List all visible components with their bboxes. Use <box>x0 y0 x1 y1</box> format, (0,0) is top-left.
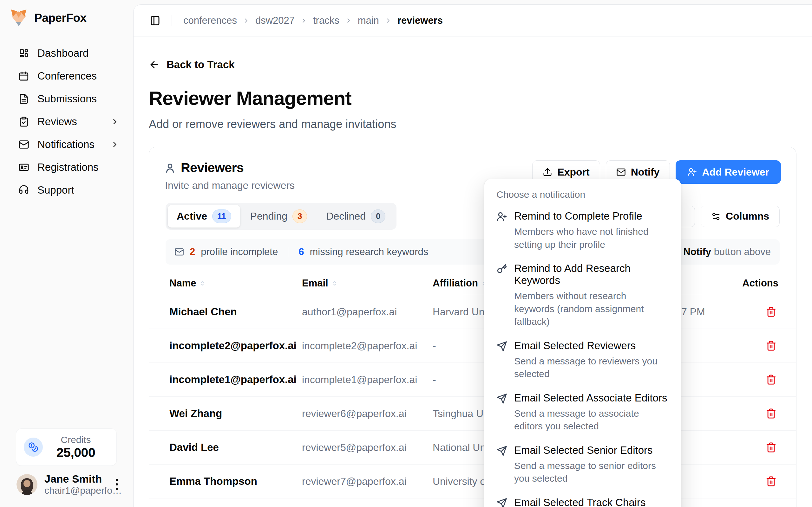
column-header-actions: Actions <box>742 278 778 289</box>
sidebar-toggle-icon[interactable] <box>149 14 161 27</box>
sidebar-item-reviews[interactable]: Reviews <box>0 110 133 133</box>
mail-icon <box>174 247 184 257</box>
add-reviewer-button[interactable]: Add Reviewer <box>676 160 781 184</box>
cell-email: reviewer6@paperfox.ai <box>302 408 433 419</box>
columns-button[interactable]: Columns <box>701 206 780 227</box>
breadcrumb: conferences dsw2027 tracks main reviewer… <box>183 15 443 26</box>
breadcrumb-reviewers: reviewers <box>397 15 443 26</box>
page-subtitle: Add or remove reviewers and manage invit… <box>149 118 796 131</box>
profile-incomplete-text: profile incomplete <box>201 246 278 258</box>
table-row[interactable]: Michael Chen author1@paperfox.ai Harvard… <box>149 295 796 329</box>
delete-reviewer-button[interactable] <box>764 474 778 489</box>
table-row[interactable]: Wei Zhang reviewer6@paperfox.ai Tsinghua… <box>149 397 796 431</box>
coins-icon <box>24 438 43 457</box>
menu-item-email-associate-editors[interactable]: Email Selected Associate Editors Send a … <box>494 386 671 439</box>
delete-reviewer-button[interactable] <box>764 440 778 455</box>
delete-reviewer-button[interactable] <box>764 338 778 353</box>
send-icon <box>496 341 507 352</box>
cell-name: incomplete2@paperfox.ai <box>169 340 302 352</box>
dropdown-label: Choose a notification <box>494 187 671 205</box>
missing-keywords-text: missing research keywords <box>310 246 428 258</box>
breadcrumb-conferences[interactable]: conferences <box>183 15 237 26</box>
paperfox-logo-icon <box>9 8 29 28</box>
table-header-row: Name Email Affiliation Actions <box>149 272 796 295</box>
sidebar: PaperFox Dashboard Conferences Submissio… <box>0 0 133 507</box>
menu-item-title: Remind to Add Research Keywords <box>514 262 630 286</box>
user-menu-kebab-icon[interactable] <box>113 476 120 493</box>
send-icon <box>496 498 507 507</box>
menu-item-email-reviewers[interactable]: Email Selected Reviewers Send a message … <box>494 334 671 386</box>
sidebar-item-submissions[interactable]: Submissions <box>0 88 133 110</box>
mail-icon <box>18 139 30 150</box>
notify-dropdown-menu: Choose a notification Remind to Complete… <box>484 179 681 507</box>
column-header-name[interactable]: Name <box>169 278 302 289</box>
cell-email: reviewer5@paperfox.ai <box>302 442 433 453</box>
sidebar-item-support[interactable]: Support <box>0 179 133 202</box>
cell-email: incomplete2@paperfox.ai <box>302 340 433 352</box>
card-title-block: Reviewers Invite and manage reviewers <box>164 160 295 191</box>
menu-item-email-senior-editors[interactable]: Email Selected Senior Editors Send a mes… <box>494 439 671 491</box>
table-row[interactable]: David Lee reviewer5@paperfox.ai National… <box>149 431 796 464</box>
breadcrumb-main[interactable]: main <box>358 15 379 26</box>
user-icon <box>164 162 176 174</box>
credits-card[interactable]: Credits 25,000 <box>16 429 117 466</box>
tab-label: Active <box>177 210 207 222</box>
notify-hint-text: the Notify button above <box>667 246 771 258</box>
add-reviewer-label: Add Reviewer <box>702 166 769 178</box>
divider <box>288 247 288 257</box>
breadcrumb-dsw2027[interactable]: dsw2027 <box>255 15 295 26</box>
tab-pending[interactable]: Pending 3 <box>241 205 316 228</box>
calendar-icon <box>18 70 30 82</box>
delete-reviewer-button[interactable] <box>764 372 778 387</box>
table-row[interactable]: incomplete2@paperfox.ai incomplete2@pape… <box>149 329 796 363</box>
breadcrumb-tracks[interactable]: tracks <box>313 15 339 26</box>
user-menu[interactable]: Jane Smith chair1@paperfo… <box>16 473 120 496</box>
cell-email: author1@paperfox.ai <box>302 306 433 318</box>
clipboard-check-icon <box>18 116 30 127</box>
brand[interactable]: PaperFox <box>0 0 133 28</box>
back-to-track-link[interactable]: Back to Track <box>149 59 235 71</box>
user-plus-icon <box>687 167 697 177</box>
menu-item-remind-complete-profile[interactable]: Remind to Complete Profile Members who h… <box>494 205 671 257</box>
delete-reviewer-button[interactable] <box>764 304 778 319</box>
menu-item-remind-add-keywords[interactable]: Remind to Add Research Keywords Members … <box>494 257 671 334</box>
tab-declined[interactable]: Declined 0 <box>317 205 394 228</box>
back-label: Back to Track <box>166 59 235 71</box>
cell-email: reviewer7@paperfox.ai <box>302 475 433 487</box>
menu-item-title: Remind to Complete Profile <box>514 210 642 222</box>
table-row[interactable]: Emma Thompson reviewer7@paperfox.ai Univ… <box>149 464 796 498</box>
credits-label: Credits <box>61 435 91 445</box>
user-email: chair1@paperfo… <box>44 485 122 496</box>
delete-reviewer-button[interactable] <box>764 406 778 421</box>
status-tabs: Active 11 Pending 3 Declined 0 <box>165 203 397 230</box>
tab-active-count-badge: 11 <box>212 210 231 223</box>
menu-item-description: Members who have not finished setting up… <box>514 225 663 251</box>
sidebar-item-registrations[interactable]: Registrations <box>0 156 133 179</box>
tab-pending-count-badge: 3 <box>293 210 307 223</box>
sidebar-item-conferences[interactable]: Conferences <box>0 65 133 88</box>
menu-item-title: Email Selected Track Chairs <box>514 497 646 507</box>
columns-label: Columns <box>726 210 769 222</box>
user-name: Jane Smith <box>44 473 102 485</box>
sidebar-item-notifications[interactable]: Notifications <box>0 133 133 156</box>
chevron-right-icon <box>110 117 119 126</box>
chevron-right-icon <box>385 17 392 24</box>
chevron-right-icon <box>300 17 307 24</box>
sidebar-item-label: Support <box>38 184 119 196</box>
chevron-right-icon <box>243 17 250 24</box>
table-row[interactable]: Marco Rossi reviewer8@paperfox.ai Univer… <box>149 498 796 507</box>
menu-item-email-track-chairs[interactable]: Email Selected Track Chairs Send a messa… <box>494 491 671 507</box>
menu-item-title: Email Selected Associate Editors <box>514 392 667 404</box>
card-subtitle: Invite and manage reviewers <box>165 180 295 191</box>
sidebar-item-label: Notifications <box>38 138 103 151</box>
tab-active[interactable]: Active 11 <box>168 205 240 228</box>
table-row[interactable]: incomplete1@paperfox.ai incomplete1@pape… <box>149 363 796 397</box>
sidebar-item-dashboard[interactable]: Dashboard <box>0 42 133 65</box>
cell-name: Wei Zhang <box>169 407 302 419</box>
column-header-email[interactable]: Email <box>302 278 433 289</box>
notify-label: Notify <box>631 166 660 178</box>
send-icon <box>496 393 507 404</box>
cell-name: incomplete1@paperfox.ai <box>169 374 302 386</box>
divider <box>171 15 172 26</box>
dashboard-icon <box>18 48 30 59</box>
